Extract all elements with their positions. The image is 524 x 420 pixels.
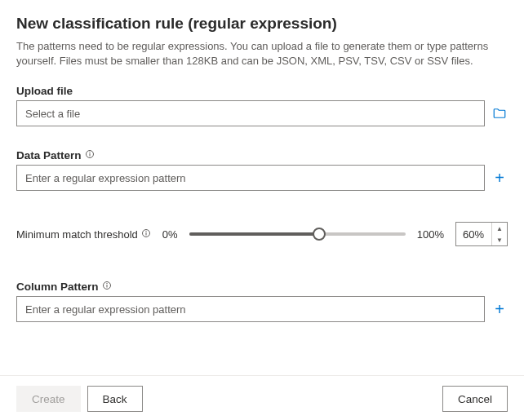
threshold-max: 100% bbox=[417, 228, 444, 241]
upload-file-label: Upload file bbox=[16, 85, 508, 97]
info-icon bbox=[102, 281, 112, 293]
cancel-button[interactable]: Cancel bbox=[442, 386, 508, 412]
info-icon bbox=[85, 149, 95, 161]
help-text: The patterns need to be regular expressi… bbox=[16, 39, 490, 69]
svg-point-8 bbox=[106, 284, 107, 285]
plus-icon: + bbox=[495, 170, 504, 186]
stepper-up-icon[interactable]: ▲ bbox=[492, 223, 507, 234]
threshold-value-stepper[interactable]: 60% ▲ ▼ bbox=[455, 222, 508, 246]
column-pattern-input[interactable]: Enter a regular expression pattern bbox=[16, 296, 485, 322]
page-title: New classification rule (regular express… bbox=[16, 15, 508, 33]
svg-point-5 bbox=[146, 231, 147, 232]
slider-thumb-icon[interactable] bbox=[313, 228, 326, 241]
footer: Create Back Cancel bbox=[0, 375, 524, 420]
data-pattern-label: Data Pattern bbox=[16, 149, 508, 161]
add-column-pattern-button[interactable]: + bbox=[491, 301, 508, 317]
threshold-value: 60% bbox=[456, 223, 492, 245]
back-button[interactable]: Back bbox=[87, 386, 143, 412]
data-pattern-input[interactable]: Enter a regular expression pattern bbox=[16, 165, 485, 191]
create-button: Create bbox=[16, 386, 81, 412]
threshold-min: 0% bbox=[162, 228, 178, 241]
stepper-down-icon[interactable]: ▼ bbox=[492, 234, 507, 245]
threshold-label: Minimum match threshold bbox=[16, 228, 151, 241]
svg-point-2 bbox=[89, 153, 90, 153]
add-data-pattern-button[interactable]: + bbox=[491, 170, 508, 186]
column-pattern-label: Column Pattern bbox=[16, 281, 508, 293]
plus-icon: + bbox=[495, 301, 504, 317]
browse-folder-icon[interactable] bbox=[491, 105, 508, 122]
info-icon bbox=[141, 228, 151, 241]
threshold-slider[interactable] bbox=[189, 232, 406, 236]
upload-file-input[interactable]: Select a file bbox=[16, 100, 485, 126]
